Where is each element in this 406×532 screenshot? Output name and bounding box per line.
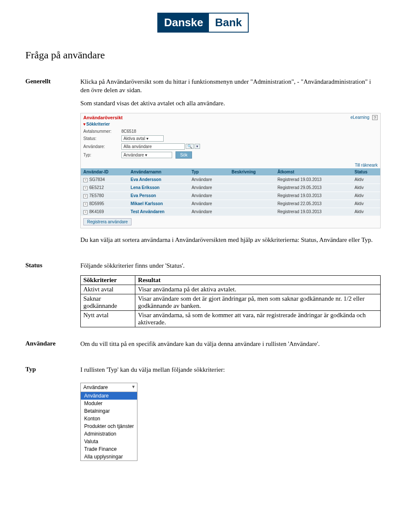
users-table: Användar-ID Användarnamn Typ Beskrivning… <box>81 168 380 216</box>
user-name-link[interactable]: Eva Persson <box>128 192 189 200</box>
elearning-link[interactable]: eLearning <box>351 115 369 120</box>
criteria-v1: Visar användare som det är gjort ändring… <box>135 294 381 310</box>
filter-anvandare-input[interactable]: Alla användare <box>121 143 185 150</box>
logo: DanskeBank <box>25 13 381 33</box>
ui-subhead: Sökkriterier <box>86 122 110 126</box>
filter-status-select[interactable]: Aktiva avtal ▾ <box>121 135 164 142</box>
to-spreadsheet-link[interactable]: Till räkneark <box>355 163 378 167</box>
anvandare-text: Om du vill titta på en specifik användar… <box>80 340 381 348</box>
generellt-p2: Som standard visas det aktiva avtalet oc… <box>80 99 381 108</box>
logo-left: Danske <box>158 14 209 32</box>
dropdown-item[interactable]: Konton <box>81 415 137 422</box>
chevron-down-icon: ▾ <box>83 122 85 126</box>
section-label-anvandare: Användare <box>25 340 80 354</box>
status-intro: Följande sökkriterier finns under 'Statu… <box>80 262 381 270</box>
dropdown-selected-value: Användare <box>83 384 108 390</box>
user-name-link[interactable]: Lena Eriksson <box>128 184 189 192</box>
criteria-h1: Sökkriterier <box>81 275 135 285</box>
dropdown-item[interactable]: Administration <box>81 430 137 438</box>
dropdown-item[interactable]: Betalningar <box>81 407 137 415</box>
search-icon[interactable]: 🔍 <box>186 144 194 149</box>
filter-status-label: Status: <box>83 136 121 141</box>
expand-icon[interactable]: + <box>83 210 88 214</box>
expand-icon[interactable]: + <box>83 186 88 190</box>
user-name-link[interactable]: Mikael Karlsson <box>128 200 189 208</box>
table-row[interactable]: +8D5995Mikael KarlssonAnvändareRegistrer… <box>81 200 380 208</box>
table-row[interactable]: +7E5780Eva PerssonAnvändareRegistrerad 1… <box>81 192 380 200</box>
dropdown-item[interactable]: Trade Finance <box>81 445 137 453</box>
status-criteria-table: Sökkriterier Resultat Aktivt avtal Visar… <box>80 275 381 327</box>
generellt-p1: Klicka på Användaröversikt som du hittar… <box>80 78 381 94</box>
user-name-link[interactable]: Test Användaren <box>128 208 189 216</box>
table-row[interactable]: +SG7834Eva AnderssonAnvändareRegistrerad… <box>81 176 380 184</box>
section-label-status: Status <box>25 262 80 327</box>
register-user-button[interactable]: Registrera användare <box>83 218 132 225</box>
user-name-link[interactable]: Eva Andersson <box>128 176 189 184</box>
dropdown-icon[interactable]: ▾ <box>195 144 200 149</box>
table-row[interactable]: +8K4169Test AnvändarenAnvändareRegistrer… <box>81 208 380 216</box>
filter-avtalsnummer-value: 8C6518 <box>121 129 136 134</box>
chevron-down-icon: ▼ <box>132 384 136 389</box>
typ-text: I rullisten 'Typ' kan du välja mellan fö… <box>80 366 381 374</box>
criteria-k1: Saknar godkännande <box>81 294 135 310</box>
section-label-typ: Typ <box>25 366 80 461</box>
dropdown-item[interactable]: Användare <box>81 392 137 400</box>
section-label-generellt: Generellt <box>25 78 80 249</box>
ui-title: Användaröversikt <box>83 115 123 120</box>
th-status[interactable]: Status <box>352 168 380 176</box>
filter-avtalsnummer-label: Avtalsnummer: <box>83 129 121 134</box>
help-icon[interactable]: ? <box>372 115 378 120</box>
expand-icon[interactable]: + <box>83 194 88 198</box>
filter-typ-select[interactable]: Användare ▾ <box>121 152 172 158</box>
dropdown-item[interactable]: Alla upplysningar <box>81 453 137 461</box>
dropdown-item[interactable]: Moduler <box>81 400 137 407</box>
th-id[interactable]: Användar-ID <box>81 168 128 176</box>
dropdown-item[interactable]: Produkter och tjänster <box>81 422 137 430</box>
th-name[interactable]: Användarnamn <box>128 168 189 176</box>
logo-right: Bank <box>209 14 248 32</box>
table-row[interactable]: +6E5212Lena ErikssonAnvändareRegistrerad… <box>81 184 380 192</box>
th-beskr[interactable]: Beskrivning <box>229 168 274 176</box>
ui-screenshot: Användaröversikt eLearning ? ▾Sökkriteri… <box>80 113 381 228</box>
th-atkomst[interactable]: Åtkomst <box>275 168 352 176</box>
page-title: Fråga på användare <box>25 49 381 61</box>
th-typ[interactable]: Typ <box>189 168 229 176</box>
generellt-p3: Du kan välja att sortera användarna i An… <box>80 236 381 244</box>
criteria-k0: Aktivt avtal <box>81 285 135 294</box>
filter-anvandare-label: Användare: <box>83 144 121 149</box>
filter-typ-label: Typ: <box>83 153 121 157</box>
search-button[interactable]: Sök <box>176 151 192 159</box>
criteria-v0: Visar användarna på det aktiva avtalet. <box>135 285 381 294</box>
typ-dropdown[interactable]: Användare ▼ AnvändareModulerBetalningarK… <box>80 383 137 461</box>
expand-icon[interactable]: + <box>83 178 88 182</box>
criteria-k2: Nytt avtal <box>81 310 135 327</box>
expand-icon[interactable]: + <box>83 202 88 206</box>
criteria-v2: Visar användarna, så som de kommer att v… <box>135 310 381 327</box>
dropdown-item[interactable]: Valuta <box>81 438 137 445</box>
criteria-h2: Resultat <box>135 275 381 285</box>
